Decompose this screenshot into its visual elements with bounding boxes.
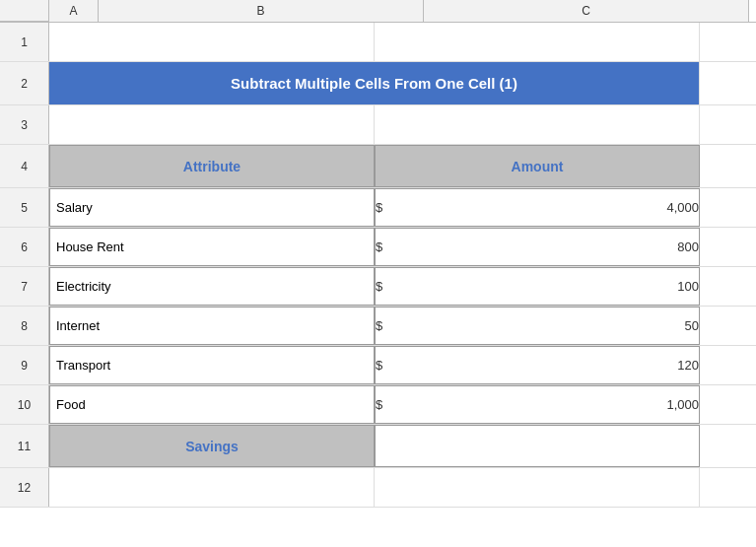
cell-10b[interactable]: Food — [49, 385, 375, 424]
spreadsheet: A B C 1 2 Subtract Multiple Cells From O… — [0, 0, 756, 547]
amount-6: 800 — [395, 239, 699, 254]
row-num-4: 4 — [0, 145, 49, 187]
row-num-12: 12 — [0, 468, 49, 507]
amount-header: Amount — [375, 145, 700, 187]
amount-10: 1,000 — [395, 397, 699, 412]
amount-5: 4,000 — [395, 200, 699, 215]
row-5: 5 Salary $ 4,000 — [0, 188, 756, 228]
savings-label-cell: Savings — [49, 425, 375, 467]
cell-1b[interactable] — [49, 23, 375, 61]
cell-8b[interactable]: Internet — [49, 307, 375, 345]
currency-10: $ — [376, 397, 395, 412]
cell-10c[interactable]: $ 1,000 — [375, 385, 700, 424]
row-num-6: 6 — [0, 228, 49, 266]
cell-7c[interactable]: $ 100 — [375, 267, 700, 306]
row-8: 8 Internet $ 50 — [0, 307, 756, 346]
cell-12b[interactable] — [49, 468, 375, 507]
row-6: 6 House Rent $ 800 — [0, 228, 756, 267]
col-header-b: B — [99, 0, 424, 22]
row-num-2: 2 — [0, 62, 49, 104]
row-num-1: 1 — [0, 23, 49, 61]
currency-5: $ — [376, 200, 395, 215]
amount-7: 100 — [395, 279, 699, 294]
row-num-3: 3 — [0, 105, 49, 144]
spreadsheet-body: 1 2 Subtract Multiple Cells From One Cel… — [0, 23, 756, 547]
cell-9c[interactable]: $ 120 — [375, 346, 700, 384]
cell-3c[interactable] — [375, 105, 700, 144]
column-headers: A B C — [0, 0, 756, 23]
cell-6b[interactable]: House Rent — [49, 228, 375, 266]
row-num-9: 9 — [0, 346, 49, 384]
amount-8: 50 — [395, 318, 699, 333]
currency-8: $ — [376, 318, 395, 333]
cell-8c[interactable]: $ 50 — [375, 307, 700, 345]
row-3: 3 — [0, 105, 756, 145]
corner-cell — [0, 0, 49, 22]
cell-7b[interactable]: Electricity — [49, 267, 375, 306]
row-num-10: 10 — [0, 385, 49, 424]
cell-9b[interactable]: Transport — [49, 346, 375, 384]
row-4: 4 Attribute Amount — [0, 145, 756, 188]
row-7: 7 Electricity $ 100 — [0, 267, 756, 307]
row-num-7: 7 — [0, 267, 49, 306]
cell-1c[interactable] — [375, 23, 700, 61]
row-num-8: 8 — [0, 307, 49, 345]
currency-6: $ — [376, 239, 395, 254]
col-header-c: C — [424, 0, 749, 22]
row-10: 10 Food $ 1,000 — [0, 385, 756, 425]
currency-9: $ — [376, 358, 395, 373]
row-2: 2 Subtract Multiple Cells From One Cell … — [0, 62, 756, 105]
cell-6c[interactable]: $ 800 — [375, 228, 700, 266]
cell-12c[interactable] — [375, 468, 700, 507]
row-12: 12 — [0, 468, 756, 508]
row-9: 9 Transport $ 120 — [0, 346, 756, 385]
savings-value-cell[interactable] — [375, 425, 700, 467]
col-header-a: A — [49, 0, 99, 22]
cell-5c[interactable]: $ 4,000 — [375, 188, 700, 227]
row-1: 1 — [0, 23, 756, 62]
amount-9: 120 — [395, 358, 699, 373]
currency-7: $ — [376, 279, 395, 294]
title-cell: Subtract Multiple Cells From One Cell (1… — [49, 62, 700, 104]
attribute-header: Attribute — [49, 145, 375, 187]
row-num-11: 11 — [0, 425, 49, 467]
row-11: 11 Savings — [0, 425, 756, 468]
cell-5b[interactable]: Salary — [49, 188, 375, 227]
row-num-5: 5 — [0, 188, 49, 227]
cell-3b[interactable] — [49, 105, 375, 144]
